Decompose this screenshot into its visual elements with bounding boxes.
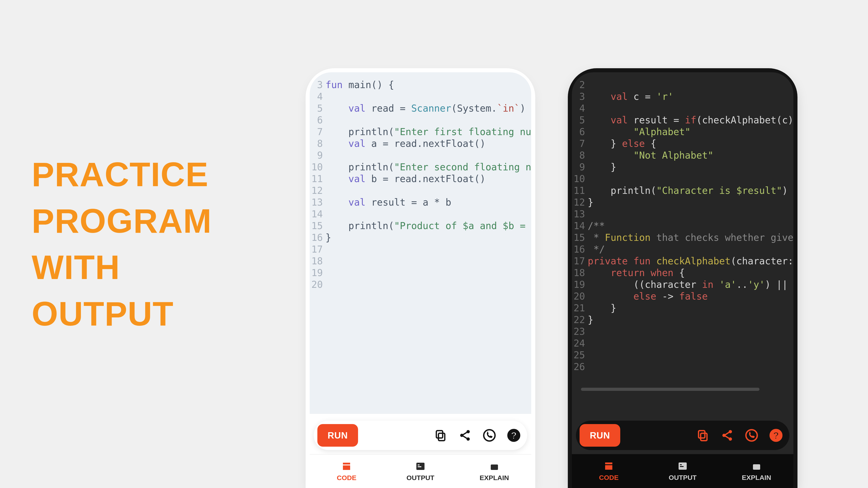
- svg-rect-10: [418, 466, 421, 467]
- code-line: [588, 349, 794, 361]
- share-icon[interactable]: [457, 427, 473, 443]
- headline-line-4: OUTPUT: [32, 291, 212, 337]
- code-line: val a = read.nextFloat(): [326, 138, 531, 150]
- line-number: 12: [310, 185, 323, 197]
- code-line: private fun checkAlphabet(character: C: [588, 255, 794, 267]
- copy-icon[interactable]: [433, 427, 448, 443]
- code-line: [588, 337, 794, 349]
- svg-rect-0: [438, 433, 445, 441]
- code-line: ((character in 'a'..'y') || (c: [588, 279, 794, 291]
- code-line: [326, 150, 531, 161]
- code-line: [326, 185, 531, 197]
- line-number: 17: [572, 255, 585, 267]
- code-line: "Alphabet": [588, 126, 794, 138]
- code-line: }: [588, 302, 794, 314]
- share-icon[interactable]: [719, 427, 735, 443]
- svg-rect-11: [491, 464, 498, 470]
- line-number: 4: [310, 91, 323, 103]
- svg-rect-13: [699, 431, 705, 438]
- line-number: 25: [572, 349, 585, 361]
- code-editor-dark[interactable]: 2345678910111213141516171819202122232425…: [572, 72, 794, 414]
- code-line: [326, 255, 531, 267]
- line-number: 6: [310, 114, 323, 126]
- line-number: 7: [572, 138, 585, 150]
- marketing-headline: PRACTICE PROGRAM WITH OUTPUT: [32, 151, 212, 337]
- run-button[interactable]: RUN: [580, 424, 620, 447]
- code-line: [588, 361, 794, 373]
- tab-code-label: CODE: [599, 474, 619, 482]
- code-line: }: [588, 161, 794, 173]
- code-line: */: [588, 243, 794, 255]
- code-line: [326, 91, 531, 103]
- line-number: 9: [310, 150, 323, 161]
- code-editor-light[interactable]: 34567891011121314151617181920 fun main()…: [310, 72, 531, 414]
- code-line: val c = 'r': [588, 91, 794, 103]
- tab-explain[interactable]: EXPLAIN: [719, 454, 794, 488]
- line-number: 3: [572, 91, 585, 103]
- bottom-nav: CODE OUTPUT EXPLAIN: [572, 454, 794, 488]
- code-line: [326, 114, 531, 126]
- run-button[interactable]: RUN: [317, 424, 358, 447]
- svg-rect-21: [680, 464, 682, 465]
- line-number-gutter: 34567891011121314151617181920: [310, 79, 326, 414]
- headline-line-1: PRACTICE: [32, 151, 212, 198]
- line-number: 16: [310, 232, 323, 243]
- code-line: [326, 267, 531, 279]
- code-line: val b = read.nextFloat(): [326, 173, 531, 185]
- line-number: 21: [572, 302, 585, 314]
- line-number: 18: [310, 255, 323, 267]
- line-number: 18: [572, 267, 585, 279]
- help-icon[interactable]: ?: [768, 427, 784, 443]
- code-line: return when {: [588, 267, 794, 279]
- headline-line-3: WITH: [32, 244, 212, 291]
- tab-output-label: OUTPUT: [406, 474, 434, 482]
- tab-code[interactable]: CODE: [310, 455, 383, 488]
- line-number: 7: [310, 126, 323, 138]
- code-line: println("Enter first floating numb: [326, 126, 531, 138]
- code-line: val result = a * b: [326, 197, 531, 208]
- code-line: [326, 243, 531, 255]
- code-line: [588, 173, 794, 185]
- svg-text:?: ?: [511, 430, 517, 441]
- svg-point-17: [746, 430, 757, 441]
- line-number: 5: [572, 114, 585, 126]
- code-line: [588, 208, 794, 220]
- tab-code[interactable]: CODE: [572, 454, 646, 488]
- tab-explain[interactable]: EXPLAIN: [457, 455, 531, 488]
- svg-rect-1: [436, 431, 442, 438]
- tab-output[interactable]: OUTPUT: [646, 454, 720, 488]
- line-number: 8: [572, 150, 585, 161]
- whatsapp-icon[interactable]: [744, 427, 760, 443]
- code-line: fun main() {: [326, 79, 531, 91]
- line-number: 22: [572, 314, 585, 326]
- code-line: println("Character is $result"): [588, 185, 794, 197]
- line-number: 15: [572, 232, 585, 243]
- horizontal-scrollbar[interactable]: [581, 388, 760, 391]
- svg-rect-12: [701, 433, 707, 441]
- tab-output[interactable]: OUTPUT: [383, 455, 458, 488]
- line-number: 26: [572, 361, 585, 373]
- code-line: val read = Scanner(System.`in`): [326, 103, 531, 114]
- line-number: 14: [572, 220, 585, 232]
- line-number: 13: [310, 197, 323, 208]
- tab-explain-label: EXPLAIN: [480, 474, 509, 482]
- headline-line-2: PROGRAM: [32, 198, 212, 245]
- code-line: [326, 208, 531, 220]
- line-number: 24: [572, 337, 585, 349]
- code-line: else -> false: [588, 291, 794, 302]
- code-line: [326, 279, 531, 291]
- line-number: 10: [572, 173, 585, 185]
- whatsapp-icon[interactable]: [482, 427, 497, 443]
- code-line: }: [326, 232, 531, 243]
- help-icon[interactable]: ?: [506, 427, 522, 443]
- line-number: 4: [572, 103, 585, 114]
- tab-code-label: CODE: [337, 474, 356, 482]
- copy-icon[interactable]: [695, 427, 711, 443]
- line-number: 13: [572, 208, 585, 220]
- code-line: [588, 326, 794, 337]
- line-number: 6: [572, 126, 585, 138]
- line-number: 8: [310, 138, 323, 150]
- line-number-gutter: 2345678910111213141516171819202122232425…: [572, 79, 588, 414]
- phone-frame-light: 34567891011121314151617181920 fun main()…: [310, 72, 531, 488]
- line-number: 20: [572, 291, 585, 302]
